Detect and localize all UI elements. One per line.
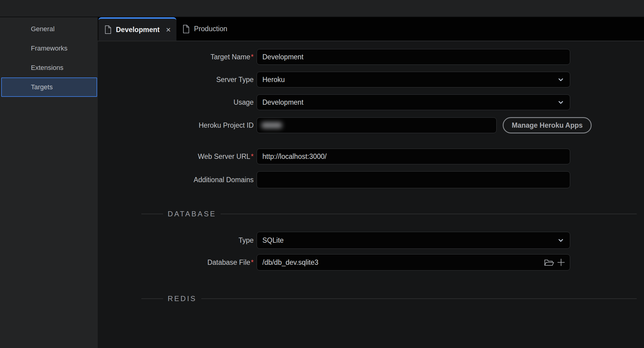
required-asterisk: * (251, 53, 254, 61)
chevron-down-icon (557, 76, 564, 83)
plus-icon[interactable] (557, 258, 566, 267)
required-asterisk: * (251, 153, 254, 160)
section-divider (141, 214, 163, 214)
target-name-input[interactable] (257, 49, 570, 65)
form-row-database-file: Database File* (98, 254, 644, 271)
tab-bar: Development ✕ Production (98, 17, 644, 41)
tab-label: Production (194, 25, 227, 33)
tab-development[interactable]: Development ✕ (98, 17, 176, 41)
web-server-url-input[interactable] (257, 149, 570, 164)
form-row-web-server-url: Web Server URL* (98, 149, 644, 164)
web-server-url-label: Web Server URL* (198, 153, 254, 161)
usage-label: Usage (234, 98, 254, 107)
form-row-additional-domains: Additional Domains (98, 171, 644, 188)
section-divider (221, 214, 637, 214)
heroku-project-id-label: Heroku Project ID (199, 121, 254, 130)
tab-production[interactable]: Production (176, 17, 234, 41)
sidebar-item-general[interactable]: General (0, 19, 98, 39)
db-type-label: Type (238, 236, 254, 245)
usage-select[interactable]: Development (257, 94, 570, 110)
required-asterisk: * (251, 258, 254, 266)
server-type-value: Heroku (262, 76, 285, 84)
database-file-input[interactable] (262, 254, 543, 270)
database-section-title: DATABASE (168, 210, 216, 218)
group-spacer (98, 140, 644, 149)
db-type-value: SQLite (262, 236, 284, 245)
chevron-down-icon (557, 99, 564, 106)
folder-open-icon[interactable] (543, 258, 555, 267)
database-file-field (257, 254, 570, 271)
window-titlebar (0, 0, 644, 17)
db-type-select[interactable]: SQLite (257, 232, 570, 249)
form-row-db-type: Type SQLite (98, 232, 644, 249)
redis-section-title: REDIS (168, 294, 197, 303)
section-divider (141, 298, 163, 299)
form-row-usage: Usage Development (98, 94, 644, 110)
server-type-label: Server Type (216, 76, 254, 84)
main-area: General Frameworks Extensions Targets De… (0, 17, 644, 348)
settings-sidebar: General Frameworks Extensions Targets (0, 17, 98, 348)
database-section-header: DATABASE (141, 209, 637, 218)
additional-domains-input[interactable] (257, 171, 570, 188)
form-row-heroku-project-id: Heroku Project ID Manage Heroku Apps (98, 117, 644, 133)
sidebar-item-frameworks[interactable]: Frameworks (0, 39, 98, 58)
usage-value: Development (262, 98, 304, 107)
form-row-target-name: Target Name* (98, 49, 644, 65)
database-file-label: Database File* (207, 258, 254, 267)
redis-section-header: REDIS (141, 294, 637, 303)
heroku-project-id-input[interactable] (257, 117, 497, 133)
file-icon (104, 25, 112, 34)
sidebar-item-extensions[interactable]: Extensions (0, 58, 98, 77)
form-row-server-type: Server Type Heroku (98, 72, 644, 87)
additional-domains-label: Additional Domains (194, 176, 254, 184)
server-type-select[interactable]: Heroku (257, 72, 570, 87)
file-icon (182, 25, 190, 34)
target-name-label: Target Name* (210, 53, 254, 61)
tab-label: Development (116, 26, 159, 34)
manage-heroku-apps-button[interactable]: Manage Heroku Apps (503, 117, 592, 133)
chevron-down-icon (557, 237, 564, 244)
settings-window: General Frameworks Extensions Targets De… (0, 0, 644, 348)
close-icon[interactable]: ✕ (166, 27, 171, 33)
sidebar-item-targets[interactable]: Targets (1, 77, 97, 97)
target-settings-panel: Target Name* Server Type Heroku Usage (98, 41, 644, 348)
content-column: Development ✕ Production Target Name* (98, 17, 644, 348)
section-divider (201, 298, 637, 299)
